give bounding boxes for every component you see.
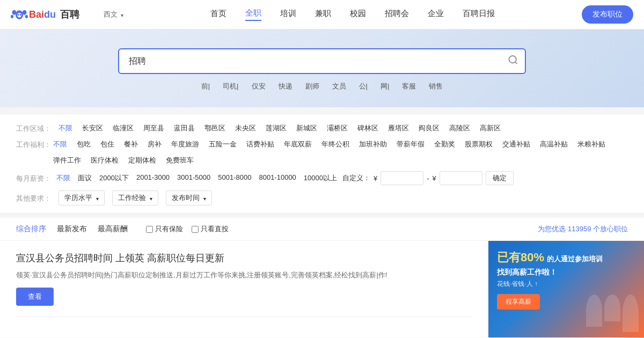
salary-tag-1[interactable]: 面议 [78, 173, 92, 183]
salary-tag-3[interactable]: 2001-3000 [136, 173, 170, 183]
welfare-tag-11[interactable]: 带薪年假 [394, 139, 427, 150]
welfare-tag-4[interactable]: 房补 [145, 139, 164, 150]
insurance-label: 只有保险 [155, 224, 183, 234]
welfare-tag-19[interactable]: 定期体检 [126, 155, 158, 166]
area-tag-11[interactable]: 雁塔区 [386, 123, 411, 134]
salary-max-input[interactable] [440, 171, 482, 185]
welfare-tag-7[interactable]: 话费补贴 [244, 139, 276, 150]
results-header: 综合排序 最新发布 最高薪酬 只有保险 只看直投 为您优选 113959 个放心… [0, 218, 644, 241]
lang-selector[interactable]: 西文 [104, 10, 123, 19]
welfare-label: 工作福利： [16, 139, 46, 150]
welfare-tag-6[interactable]: 五险一金 [207, 139, 239, 150]
area-tag-6[interactable]: 未央区 [233, 123, 258, 134]
search-button[interactable] [508, 55, 518, 68]
view-job-button[interactable]: 查看 [16, 288, 54, 306]
area-tag-3[interactable]: 周至县 [141, 123, 166, 134]
salary-tag-0[interactable]: 不限 [56, 173, 70, 183]
welfare-tag-5[interactable]: 年度旅游 [169, 139, 201, 150]
sort-tab-latest[interactable]: 最新发布 [57, 224, 87, 234]
direct-checkbox-input[interactable] [192, 226, 199, 233]
insurance-checkbox[interactable]: 只有保险 [146, 224, 183, 234]
sort-tab-comprehensive[interactable]: 综合排序 [16, 224, 46, 234]
nav-item-training[interactable]: 培训 [280, 9, 296, 20]
area-tag-8[interactable]: 新城区 [294, 123, 319, 134]
search-tag-6[interactable]: 公| [359, 82, 368, 91]
experience-dropdown[interactable]: 工作经验 [112, 190, 158, 205]
salary-tag-2[interactable]: 2000以下 [99, 173, 129, 183]
direct-checkbox[interactable]: 只看直投 [192, 224, 229, 234]
nav-item-enterprise[interactable]: 企业 [428, 9, 444, 20]
search-tag-7[interactable]: 网| [380, 82, 389, 91]
education-label: 学历水平 [64, 193, 92, 203]
search-tag-list: 前| 司机| 仅安 快递 剧师 文员 公| 网| 客服 销售 [201, 82, 443, 91]
sidebar-ad[interactable]: 已有80% 的人通过参加培训 找到高薪工作啦！ 花钱·省钱·人 ↑ 程享高薪 [488, 241, 644, 337]
salary-filter-row: 每月薪资： 不限 面议 2000以下 2001-3000 3001-5000 5… [16, 171, 628, 185]
salary-tag-6[interactable]: 8001-10000 [259, 173, 296, 183]
salary-min-input[interactable] [380, 171, 423, 185]
area-tag-1[interactable]: 长安区 [80, 123, 105, 134]
search-tag-2[interactable]: 仅安 [252, 82, 266, 91]
welfare-tag-10[interactable]: 加班补助 [357, 139, 389, 150]
search-tag-9[interactable]: 销售 [429, 82, 443, 91]
figure-1 [586, 295, 602, 327]
figure-2 [604, 295, 620, 321]
sidebar-title-2: 找到高薪工作啦！ [497, 268, 635, 277]
custom-salary-label: 自定义： [342, 173, 370, 183]
direct-label: 只看直投 [201, 224, 229, 234]
welfare-tag-8[interactable]: 年底双薪 [282, 139, 314, 150]
search-tag-4[interactable]: 剧师 [305, 82, 319, 91]
nav-item-home[interactable]: 首页 [210, 9, 226, 20]
area-tag-2[interactable]: 临潼区 [111, 123, 136, 134]
area-tag-5[interactable]: 鄠邑区 [202, 123, 228, 134]
date-dropdown[interactable]: 发布时间 [166, 190, 212, 205]
search-tag-8[interactable]: 客服 [402, 82, 416, 91]
publish-job-button[interactable]: 发布职位 [582, 5, 633, 24]
salary-confirm-button[interactable]: 确定 [486, 171, 514, 185]
nav-item-daily[interactable]: 百聘日报 [463, 9, 495, 20]
nav-item-fulltime[interactable]: 全职 [245, 8, 261, 21]
welfare-tag-14[interactable]: 交通补贴 [500, 139, 532, 150]
salary-tag-7[interactable]: 10000以上 [304, 173, 337, 183]
area-tag-7[interactable]: 莲湖区 [264, 123, 289, 134]
welfare-tag-17[interactable]: 弹件工作 [51, 155, 83, 166]
area-tag-14[interactable]: 高新区 [478, 123, 503, 134]
welfare-tag-13[interactable]: 股票期权 [463, 139, 495, 150]
welfare-tag-2[interactable]: 包住 [98, 139, 116, 150]
nav-item-parttime[interactable]: 兼职 [315, 9, 331, 20]
currency-right: ¥ [433, 174, 436, 182]
education-dropdown[interactable]: 学历水平 [58, 190, 105, 205]
results-section: 综合排序 最新发布 最高薪酬 只有保险 只看直投 为您优选 113959 个放心… [0, 218, 644, 337]
welfare-tag-0[interactable]: 不限 [51, 139, 69, 150]
lang-label: 西文 [104, 10, 118, 19]
area-tag-0[interactable]: 不限 [56, 123, 75, 134]
area-tag-4[interactable]: 蓝田县 [172, 123, 197, 134]
area-tag-12[interactable]: 阎良区 [416, 123, 442, 134]
welfare-tag-16[interactable]: 米粮补贴 [575, 139, 608, 150]
search-tag-0[interactable]: 前| [201, 82, 210, 91]
search-input[interactable] [118, 48, 526, 74]
search-tag-3[interactable]: 快递 [279, 82, 292, 91]
svg-point-8 [509, 56, 516, 63]
nav-item-campus[interactable]: 校园 [350, 9, 366, 20]
area-tag-10[interactable]: 碑林区 [355, 123, 380, 134]
nav-item-fair[interactable]: 招聘会 [385, 9, 409, 20]
welfare-tag-1[interactable]: 包吃 [75, 139, 93, 150]
welfare-tag-12[interactable]: 全勤奖 [432, 139, 457, 150]
search-tag-1[interactable]: 司机| [223, 82, 238, 91]
sort-tab-salary[interactable]: 最高薪酬 [98, 224, 128, 234]
welfare-tag-18[interactable]: 医疗体检 [89, 155, 121, 166]
search-tag-5[interactable]: 文员 [332, 82, 346, 91]
area-tag-9[interactable]: 灞桥区 [325, 123, 350, 134]
area-tag-13[interactable]: 高陵区 [447, 123, 472, 134]
welfare-tag-15[interactable]: 高温补贴 [538, 139, 570, 150]
salary-tag-5[interactable]: 5001-8000 [218, 173, 251, 183]
welfare-tag-9[interactable]: 年终公积 [319, 139, 352, 150]
baidu-logo[interactable]: Baidu [11, 6, 56, 23]
sidebar-ad-button[interactable]: 程享高薪 [497, 294, 540, 310]
insurance-checkbox-input[interactable] [146, 226, 153, 233]
job-ad-title[interactable]: 宣汉县公务员招聘时间 上领英 高薪职位每日更新 [16, 252, 472, 264]
salary-tag-4[interactable]: 3001-5000 [177, 173, 210, 183]
sidebar-ad-highlight: 已有80% 的人通过参加培训 [497, 249, 635, 266]
welfare-tag-3[interactable]: 餐补 [122, 139, 140, 150]
welfare-tag-20[interactable]: 免费班车 [164, 155, 196, 166]
